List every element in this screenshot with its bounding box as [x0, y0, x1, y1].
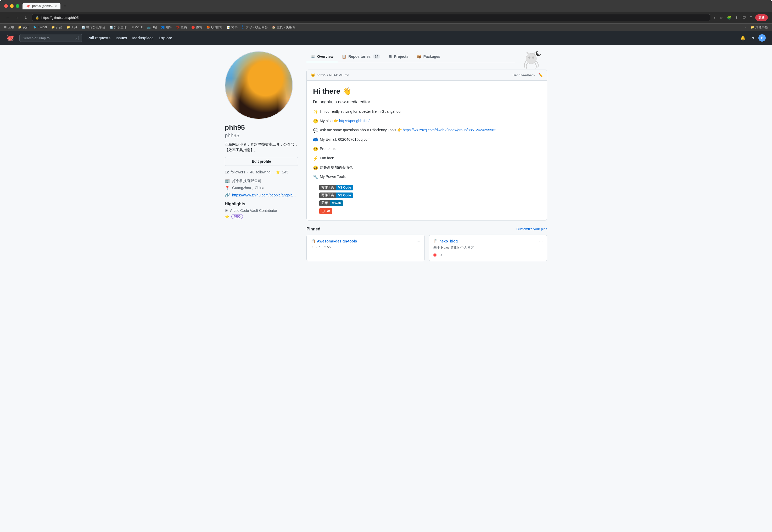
- readme-title: Hi there 👋: [313, 87, 541, 95]
- bookmark-wechat[interactable]: 🔄 微信公众平台: [82, 25, 105, 30]
- url-bar[interactable]: 🔒 https://github.com/phh95: [32, 14, 710, 21]
- bookmark-v2ex-label: V2EX: [135, 25, 143, 29]
- bsite-icon: 📺: [147, 26, 151, 29]
- item-text-2: My blog 👉 https://penghh.fun/: [320, 118, 369, 124]
- github-search[interactable]: Search or jump to... /: [19, 34, 82, 42]
- apps-icon: ⊞: [4, 26, 7, 29]
- bookmark-zhishi[interactable]: 🔄 知识星球: [109, 25, 127, 30]
- maximize-button[interactable]: [16, 4, 19, 8]
- share-icon[interactable]: ↑: [713, 14, 717, 21]
- bookmark-qqmail[interactable]: 🦊 QQ邮箱: [206, 25, 222, 30]
- followers-count[interactable]: 12 followers: [225, 170, 245, 174]
- edit-profile-button[interactable]: Edit profile: [225, 157, 298, 166]
- pinned-card-awesome: 📋 Awesome-design-tools ⋯ ☆ 567: [306, 235, 425, 261]
- pinned-section: Pinned Customize your pins 📋 Awesome-des…: [306, 227, 547, 261]
- tools-link[interactable]: https://wx.zsxq.com/dweb2/index/group/88…: [403, 128, 496, 132]
- profile-bio: 互联网从业者，喜欢寻找效率工具，公众号：【效率工具指南】。: [225, 142, 298, 153]
- profile-main: 📖 Overview 📋 Repositories 14 ⊞ Projects: [306, 51, 547, 268]
- repo-icon-2: 📋: [434, 239, 438, 243]
- badge-value-2: VS Code: [336, 193, 353, 198]
- bookmark-jianshu[interactable]: 📝 简书: [227, 25, 238, 30]
- send-feedback-button[interactable]: Send feedback: [513, 73, 535, 77]
- repositories-tab-label: Repositories: [348, 54, 370, 59]
- bookmark-products[interactable]: 📁 产品: [51, 25, 62, 30]
- following-count[interactable]: 40 following: [250, 170, 270, 174]
- close-button[interactable]: [4, 4, 8, 8]
- location-icon: 📍: [225, 185, 230, 190]
- badges-container: 写作工具 VS Code 写作工具 VS Code: [319, 185, 541, 214]
- github-logo[interactable]: 🐙: [6, 34, 14, 42]
- qqmail-icon: 🦊: [206, 26, 210, 29]
- link-icon: 🔗: [225, 193, 230, 197]
- zhihu2-icon: 知: [242, 25, 245, 30]
- back-button[interactable]: ←: [4, 15, 11, 21]
- nav-explore[interactable]: Explore: [159, 36, 172, 40]
- refresh-button[interactable]: ↻: [23, 15, 29, 21]
- bookmark-douban[interactable]: 🫘 豆瓣: [176, 25, 187, 30]
- bookmark-tools[interactable]: 📁 工具: [66, 25, 77, 30]
- repositories-tab-count: 14: [372, 54, 380, 59]
- pinned-repo-name-2[interactable]: 📋 hexo_blog: [434, 239, 458, 243]
- pinned-card-1-menu[interactable]: ⋯: [417, 239, 420, 243]
- update-button[interactable]: 更新: [755, 14, 768, 21]
- bookmark-weibo[interactable]: 🔴 微博: [191, 25, 202, 30]
- blog-link[interactable]: https://penghh.fun/: [339, 119, 369, 123]
- tab-repositories[interactable]: 📋 Repositories 14: [337, 51, 384, 62]
- highlights-title: Highlights: [225, 202, 298, 206]
- active-tab[interactable]: 🐙 phh95 (phh95) ✕: [22, 3, 60, 9]
- notifications-icon[interactable]: 🔔: [740, 36, 746, 41]
- extensions-icon[interactable]: 🧩: [726, 14, 732, 21]
- bookmark-wechat-label: 微信公众平台: [86, 25, 105, 30]
- badge-row-2: 写作工具 VS Code: [319, 193, 541, 198]
- new-plus-button[interactable]: +▾: [750, 36, 754, 41]
- nav-issues[interactable]: Issues: [116, 36, 127, 40]
- highlights-section: Highlights ✳ Arctic Code Vault Contribut…: [225, 202, 298, 219]
- bookmark-other[interactable]: 📁 其他书签: [751, 25, 768, 30]
- stars-icon: ⭐: [275, 170, 280, 174]
- download-icon[interactable]: ⬇: [734, 14, 739, 21]
- pinned-card-2-menu[interactable]: ⋯: [539, 239, 543, 243]
- bookmark-design[interactable]: 📁 设计: [18, 25, 29, 30]
- translate-icon[interactable]: T: [749, 14, 753, 21]
- avatar-image: [225, 52, 292, 119]
- arctic-text: Arctic Code Vault Contributor: [230, 208, 277, 213]
- address-bar: ← → ↻ 🔒 https://github.com/phh95 ↑ ☆ 🧩 ⬇…: [0, 12, 772, 23]
- stars-count: 245: [282, 170, 288, 174]
- tab-projects[interactable]: ⊞ Projects: [384, 51, 413, 62]
- new-tab-button[interactable]: +: [61, 3, 68, 9]
- bookmark-v2ex[interactable]: 🖥 V2EX: [131, 25, 143, 29]
- projects-tab-label: Projects: [394, 54, 408, 59]
- bookmark-apps[interactable]: ⊞ 应用: [4, 25, 14, 30]
- badge-vscode-2: 写作工具 VS Code: [319, 193, 353, 198]
- tab-overview[interactable]: 📖 Overview: [306, 51, 337, 62]
- pro-badge: PRO: [231, 214, 243, 219]
- bookmark-twitter[interactable]: 🐦 Twitter: [33, 25, 47, 29]
- nav-pull-requests[interactable]: Pull requests: [87, 36, 110, 40]
- star-highlight-icon: ⭐: [225, 214, 229, 219]
- list-item: 📫 My E-mail: 602646761#qq.com: [313, 137, 541, 143]
- minimize-button[interactable]: [10, 4, 14, 8]
- bookmark-products-label: 产品: [56, 25, 62, 30]
- customize-pins-button[interactable]: Customize your pins: [516, 227, 547, 231]
- tab-close-icon[interactable]: ✕: [55, 5, 57, 8]
- tab-packages[interactable]: 📦 Packages: [413, 51, 445, 62]
- bookmark-home[interactable]: 🏠 主页 - 头条号: [272, 25, 295, 30]
- readme-header: 😺 phh95 / README.md Send feedback ✏️: [307, 70, 547, 81]
- bookmark-bsite-label: B站: [152, 25, 157, 30]
- star-icon[interactable]: ☆: [719, 14, 724, 21]
- bookmark-zhihu2[interactable]: 知 知乎 - 收起回答: [242, 25, 268, 30]
- bookmark-qqmail-label: QQ邮箱: [211, 25, 222, 30]
- bookmark-zhihu[interactable]: 知 知乎: [161, 25, 172, 30]
- svg-point-0: [526, 53, 537, 64]
- forward-button[interactable]: →: [14, 15, 20, 21]
- overview-tab-label: Overview: [317, 54, 333, 59]
- badge-row-1: 写作工具 VS Code: [319, 185, 541, 190]
- bookmarks-more[interactable]: »: [745, 25, 746, 29]
- nav-marketplace[interactable]: Marketplace: [132, 36, 154, 40]
- website-item[interactable]: 🔗 https://www.zhihu.com/people/angola...: [225, 193, 298, 197]
- shield-icon[interactable]: 🛡: [741, 14, 747, 21]
- user-avatar-menu[interactable]: P: [758, 34, 766, 42]
- bookmark-bsite[interactable]: 📺 B站: [147, 25, 157, 30]
- pinned-repo-name-1[interactable]: 📋 Awesome-design-tools: [311, 239, 357, 243]
- readme-edit-button[interactable]: ✏️: [538, 73, 543, 77]
